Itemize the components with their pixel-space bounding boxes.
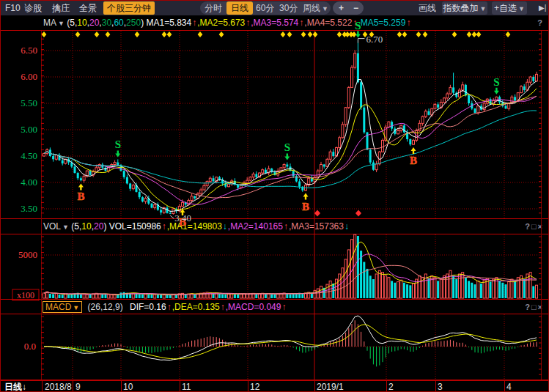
axis-text: 4.00 xyxy=(21,177,37,188)
buy-arrow-icon xyxy=(303,193,309,200)
buy-marker: B xyxy=(302,201,309,212)
signal-diamond-icon xyxy=(95,32,100,37)
signal-diamond-icon xyxy=(162,32,167,37)
month-separator xyxy=(504,381,505,392)
signal-diamond-icon xyxy=(135,32,140,37)
axis-text: 6.50 xyxy=(21,45,37,56)
month-separator xyxy=(314,381,315,392)
signal-diamond-icon xyxy=(42,32,47,37)
signal-diamond-icon xyxy=(308,32,313,37)
macd-histogram xyxy=(47,320,537,366)
signal-diamond-icon xyxy=(106,32,111,37)
signal-diamond-icon xyxy=(397,32,402,37)
axis-text: 5.50 xyxy=(21,97,37,108)
month-label: 2018/8 xyxy=(45,382,72,392)
axis-text: 6.00 xyxy=(21,71,37,82)
buy-marker: B xyxy=(410,155,417,166)
month-label: 2019/1 xyxy=(317,382,344,392)
callout-line xyxy=(170,215,174,218)
month-label: 4 xyxy=(506,382,512,392)
month-label: 3 xyxy=(438,382,443,392)
chart-canvas[interactable]: 6.506.005.505.004.504.003.5050000.0x100B… xyxy=(1,1,549,392)
month-separator xyxy=(386,381,387,392)
axis-text: 5000 xyxy=(18,249,37,260)
time-axis-bar: 日线↓ 2018/891011122019/1234 xyxy=(1,380,549,392)
signal-diamond-icon xyxy=(287,32,292,37)
buy-marker: B xyxy=(77,191,84,202)
candlesticks xyxy=(43,40,538,215)
month-label: 2 xyxy=(388,382,394,392)
alert-diamond-icon xyxy=(314,210,320,217)
buy-arrow-icon xyxy=(411,147,416,154)
axis-text: 5.00 xyxy=(21,124,37,135)
month-separator xyxy=(180,381,180,392)
dif-line xyxy=(44,316,537,360)
signal-diamond-icon xyxy=(281,32,286,37)
signal-diamond-icon xyxy=(167,32,172,37)
signal-diamond-icon xyxy=(506,32,511,37)
sell-arrow-icon xyxy=(494,88,499,95)
month-label: 11 xyxy=(182,382,191,392)
signal-diamond-icon xyxy=(337,32,342,37)
signal-diamond-icon xyxy=(472,32,477,37)
month-separator xyxy=(42,381,43,392)
axis-text: 0.0 xyxy=(24,341,36,352)
axis-text: 4.50 xyxy=(21,150,37,161)
axis-text: 3.50 xyxy=(21,203,37,214)
buy-arrow-icon xyxy=(78,183,84,190)
month-separator xyxy=(248,381,248,392)
sell-marker: S xyxy=(493,76,499,88)
month-label: 9 xyxy=(75,382,81,392)
signal-diamond-icon xyxy=(423,32,428,37)
month-separator xyxy=(121,381,122,392)
month-separator xyxy=(435,381,436,392)
month-label: 12 xyxy=(250,382,259,392)
signal-diamond-icon xyxy=(452,32,457,37)
signal-diamond-icon xyxy=(219,32,224,37)
sell-marker: S xyxy=(284,141,290,153)
sell-arrow-icon xyxy=(355,32,361,38)
axis-text: 6.70 xyxy=(366,34,383,45)
volume-bars xyxy=(43,234,538,298)
signal-diamond-icon xyxy=(301,32,306,37)
axis-text: x100 xyxy=(17,290,34,300)
sell-arrow-icon xyxy=(115,150,120,157)
sell-arrow-icon xyxy=(284,153,290,160)
stock-chart-window: + − ▶| F10诊股擒庄全景个股三分钟分时日线60分30分周线▼画线指数叠加… xyxy=(0,0,549,392)
month-separator xyxy=(73,381,73,392)
signal-diamond-icon xyxy=(313,32,318,37)
signal-diamond-icon xyxy=(198,32,203,37)
axis-text: 3.40 xyxy=(174,212,191,223)
sell-marker: S xyxy=(355,20,361,32)
timeframe-label[interactable]: 日线↓ xyxy=(4,382,26,392)
alert-diamond-icon xyxy=(355,210,361,217)
signal-diamond-icon xyxy=(416,32,421,37)
dea-line xyxy=(44,325,537,359)
month-label: 10 xyxy=(123,382,133,392)
signal-diamond-icon xyxy=(467,32,472,37)
callout-line xyxy=(358,39,364,43)
sell-marker: S xyxy=(115,138,121,150)
signal-diamond-icon xyxy=(75,32,81,37)
signal-diamond-icon xyxy=(476,32,482,37)
signal-diamond-icon xyxy=(402,32,408,37)
